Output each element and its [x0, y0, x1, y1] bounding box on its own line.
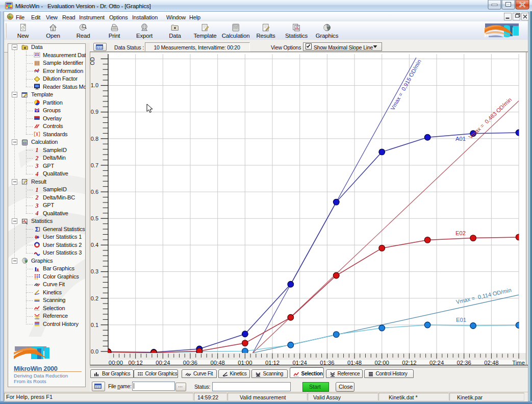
svg-text:0.6: 0.6 [91, 189, 98, 195]
svg-text:3: 3 [35, 162, 39, 169]
svg-text:1: 1 [36, 186, 39, 193]
svg-text:4: 4 [35, 210, 39, 217]
svg-text:0.7: 0.7 [91, 162, 98, 168]
svg-text:0.1: 0.1 [91, 322, 98, 328]
svg-text:1: 1 [36, 146, 39, 154]
svg-text:01:36: 01:36 [320, 360, 334, 366]
svg-text:0.3: 0.3 [91, 268, 98, 274]
svg-text:02:36: 02:36 [457, 360, 471, 366]
svg-text:3: 3 [35, 202, 39, 209]
svg-text:E01: E01 [456, 317, 466, 323]
svg-text:0.0: 0.0 [91, 348, 98, 355]
svg-text:02:24: 02:24 [429, 360, 444, 366]
svg-text:00:48: 00:48 [211, 360, 225, 366]
svg-text:00:12: 00:12 [129, 360, 143, 366]
svg-text:A01: A01 [455, 136, 466, 142]
svg-text:0.4: 0.4 [91, 242, 98, 248]
svg-text:2: 2 [35, 194, 39, 201]
svg-text:01:00: 01:00 [238, 360, 252, 366]
svg-text:02:00: 02:00 [375, 360, 389, 366]
svg-text:OD: OD [90, 57, 95, 65]
svg-text:0.8: 0.8 [91, 136, 98, 142]
svg-text:0.9: 0.9 [91, 109, 98, 115]
svg-text:0.2: 0.2 [91, 295, 98, 301]
svg-text:2: 2 [35, 155, 39, 162]
svg-text:4: 4 [35, 170, 39, 178]
svg-text:0.5: 0.5 [91, 215, 98, 221]
svg-text:00:36: 00:36 [183, 360, 197, 366]
svg-text:02:12: 02:12 [402, 360, 416, 366]
svg-text:02:48: 02:48 [484, 360, 498, 366]
svg-text:01:48: 01:48 [347, 360, 362, 366]
svg-text:01:12: 01:12 [265, 360, 280, 366]
svg-text:00:00: 00:00 [109, 360, 123, 366]
svg-text:1.0: 1.0 [91, 82, 98, 88]
svg-text:E02: E02 [455, 230, 466, 236]
svg-text:00:24: 00:24 [156, 360, 170, 366]
svg-text:Time: Time [512, 360, 525, 366]
svg-text:Σ: Σ [35, 226, 39, 233]
svg-text:01:24: 01:24 [293, 360, 307, 366]
